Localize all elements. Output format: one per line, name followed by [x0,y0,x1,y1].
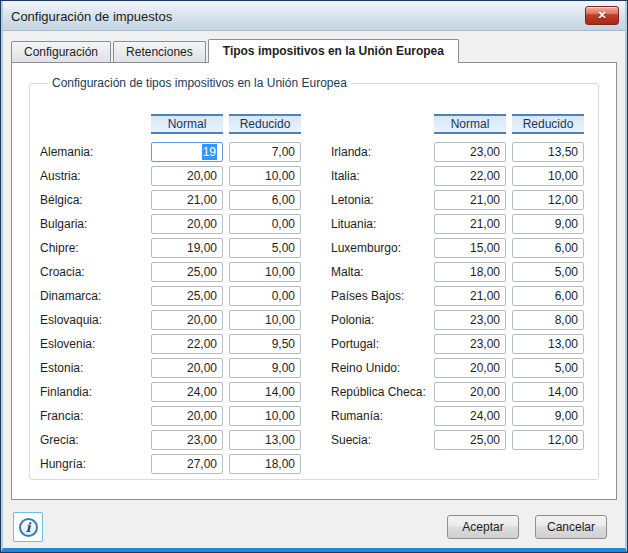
normal-tax-input[interactable]: 25,00 [434,430,506,450]
normal-tax-value: 19,00 [187,241,217,255]
normal-tax-input[interactable]: 20,00 [151,406,223,426]
normal-tax-input[interactable]: 21,00 [151,190,223,210]
reduced-tax-value: 0,00 [272,217,295,231]
tax-row: Italia: 22,00 10,00 [331,166,584,186]
country-label: Bulgaria: [40,217,145,231]
reduced-tax-value: 10,00 [548,169,578,183]
normal-tax-value: 20,00 [187,217,217,231]
country-label: República Checa: [331,385,428,399]
normal-tax-input[interactable]: 21,00 [434,286,506,306]
info-icon: i [19,518,38,537]
tax-row: Polonia: 23,00 8,00 [331,310,584,330]
reduced-tax-input[interactable]: 12,00 [512,190,584,210]
reduced-tax-input[interactable]: 6,00 [512,286,584,306]
reduced-tax-input[interactable]: 8,00 [512,310,584,330]
groupbox-legend: Configuración de tipos impositivos en la… [48,76,351,90]
reduced-tax-input[interactable]: 10,00 [512,166,584,186]
normal-tax-input[interactable]: 20,00 [151,166,223,186]
normal-tax-input[interactable]: 23,00 [151,430,223,450]
tab-tipos-impositivos-ue[interactable]: Tipos impositivos en la Unión Europea [208,39,459,63]
tax-row: República Checa: 20,00 14,00 [331,382,584,402]
left-header-row: Normal Reducido [40,114,301,134]
info-button[interactable]: i [13,512,43,542]
normal-tax-input[interactable]: 23,00 [434,142,506,162]
tax-row: Letonia: 21,00 12,00 [331,190,584,210]
reduced-tax-input[interactable]: 9,00 [512,214,584,234]
normal-tax-input[interactable]: 25,00 [151,262,223,282]
normal-tax-input[interactable]: 20,00 [151,310,223,330]
normal-tax-value: 20,00 [470,385,500,399]
normal-tax-input[interactable]: 25,00 [151,286,223,306]
reduced-tax-value: 9,00 [555,409,578,423]
tax-row: Suecia: 25,00 12,00 [331,430,584,450]
reduced-tax-input[interactable]: 9,00 [229,358,301,378]
country-label: Dinamarca: [40,289,145,303]
reduced-tax-input[interactable]: 6,00 [229,190,301,210]
reduced-tax-value: 5,00 [272,241,295,255]
country-label: Luxemburgo: [331,241,428,255]
titlebar: Configuración de impuestos ✕ [2,2,626,31]
reduced-tax-input[interactable]: 14,00 [512,382,584,402]
normal-tax-input[interactable]: 24,00 [151,382,223,402]
reduced-tax-input[interactable]: 10,00 [229,262,301,282]
country-columns: Normal Reducido Alemania: 19 [40,114,588,478]
reduced-tax-input[interactable]: 13,00 [512,334,584,354]
country-label: Polonia: [331,313,428,327]
normal-tax-input[interactable]: 22,00 [151,334,223,354]
normal-tax-input[interactable]: 15,00 [434,238,506,258]
normal-tax-input[interactable]: 19 [151,142,223,162]
cancel-button[interactable]: Cancelar [535,515,607,539]
tab-configuracion[interactable]: Configuración [11,41,111,62]
country-label: Francia: [40,409,145,423]
normal-tax-input[interactable]: 21,00 [434,190,506,210]
accept-button[interactable]: Aceptar [447,515,519,539]
normal-tax-input[interactable]: 19,00 [151,238,223,258]
reduced-tax-input[interactable]: 10,00 [229,406,301,426]
normal-tax-input[interactable]: 21,00 [434,214,506,234]
country-label: Países Bajos: [331,289,428,303]
right-header-row: Normal Reducido [331,114,584,134]
normal-tax-value: 20,00 [187,361,217,375]
normal-tax-input[interactable]: 18,00 [434,262,506,282]
normal-tax-input[interactable]: 20,00 [151,358,223,378]
reduced-tax-input[interactable]: 0,00 [229,286,301,306]
reduced-tax-input[interactable]: 0,00 [229,214,301,234]
reduced-tax-input[interactable]: 5,00 [512,358,584,378]
reduced-tax-input[interactable]: 5,00 [229,238,301,258]
normal-tax-input[interactable]: 20,00 [434,358,506,378]
normal-tax-input[interactable]: 20,00 [151,214,223,234]
normal-tax-value: 24,00 [187,385,217,399]
tax-row: Dinamarca: 25,00 0,00 [40,286,301,306]
reduced-tax-input[interactable]: 9,50 [229,334,301,354]
reduced-tax-input[interactable]: 10,00 [229,166,301,186]
reduced-tax-input[interactable]: 13,50 [512,142,584,162]
reduced-tax-value: 10,00 [265,265,295,279]
tax-row: Finlandia: 24,00 14,00 [40,382,301,402]
tab-retenciones[interactable]: Retenciones [113,41,206,62]
normal-tax-value: 23,00 [470,145,500,159]
normal-tax-value: 15,00 [470,241,500,255]
reduced-tax-input[interactable]: 14,00 [229,382,301,402]
reduced-tax-input[interactable]: 5,00 [512,262,584,282]
reduced-tax-value: 13,50 [548,145,578,159]
reduced-tax-input[interactable]: 9,00 [512,406,584,426]
reduced-tax-input[interactable]: 7,00 [229,142,301,162]
reduced-tax-input[interactable]: 6,00 [512,238,584,258]
window-title: Configuración de impuestos [11,9,172,24]
normal-tax-input[interactable]: 24,00 [434,406,506,426]
tax-row: Chipre: 19,00 5,00 [40,238,301,258]
column-header-normal: Normal [434,114,506,134]
reduced-tax-input[interactable]: 12,00 [512,430,584,450]
normal-tax-input[interactable]: 23,00 [434,334,506,354]
reduced-tax-input[interactable]: 13,00 [229,430,301,450]
country-label: Suecia: [331,433,428,447]
close-button[interactable]: ✕ [585,6,619,25]
country-label: Lituania: [331,217,428,231]
normal-tax-input[interactable]: 22,00 [434,166,506,186]
reduced-tax-input[interactable]: 10,00 [229,310,301,330]
normal-tax-input[interactable]: 23,00 [434,310,506,330]
reduced-tax-input[interactable]: 18,00 [229,454,301,474]
normal-tax-input[interactable]: 20,00 [434,382,506,402]
footer: i Aceptar Cancelar [1,500,627,550]
normal-tax-input[interactable]: 27,00 [151,454,223,474]
